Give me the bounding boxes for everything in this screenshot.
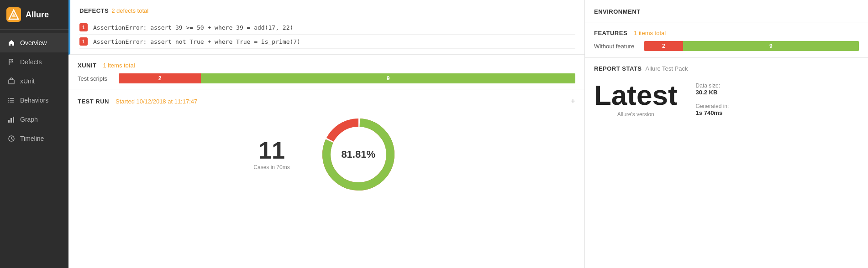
sidebar-nav: Overview Defects xUnit [0, 33, 68, 148]
report-stats-header: REPORT STATS Allure Test Pack [594, 65, 859, 72]
defects-section: DEFECTS 2 defects total 1 AssertionError… [68, 0, 584, 55]
features-section: FEATURES 1 items total Without feature 2… [585, 22, 868, 58]
environment-title: ENVIRONMENT [594, 8, 641, 15]
sidebar-label-timeline: Timeline [20, 135, 44, 142]
cases-count: 11 [253, 139, 289, 162]
svg-rect-12 [13, 117, 14, 123]
testrun-subtitle: Started 10/12/2018 at 11:17:47 [116, 98, 197, 105]
feature-passed-count-0: 9 [769, 43, 773, 49]
briefcase-icon [7, 77, 16, 85]
xunit-section: XUNIT 1 items total Test scripts 2 9 [68, 55, 584, 89]
xunit-row-label: Test scripts [78, 75, 119, 82]
home-icon [7, 39, 16, 47]
testrun-add-button[interactable]: + [570, 97, 575, 106]
sidebar-label-behaviors: Behaviors [20, 97, 48, 104]
version-block: Latest Allure's version [594, 81, 678, 118]
defect-item-0[interactable]: 1 AssertionError: assert 39 >= 50 + wher… [79, 21, 575, 35]
svg-rect-10 [8, 120, 10, 123]
allure-logo-icon [6, 7, 21, 22]
report-stats-section: REPORT STATS Allure Test Pack Latest All… [585, 58, 868, 125]
generated-item: Generated in: 1s 740ms [696, 103, 729, 116]
generated-value: 1s 740ms [696, 109, 729, 116]
defect-badge-0: 1 [79, 23, 88, 31]
features-subtitle: 1 items total [634, 30, 666, 36]
clock-icon [7, 134, 16, 143]
feature-progress-bar-0: 2 9 [644, 41, 859, 51]
donut-chart: 81.81% [317, 113, 400, 196]
svg-point-7 [8, 98, 9, 99]
feature-failed-bar-0: 2 [644, 41, 683, 51]
sidebar-item-defects[interactable]: Defects [0, 52, 68, 72]
data-size-value: 30.2 KB [696, 89, 729, 96]
sidebar-label-overview: Overview [20, 39, 47, 46]
defect-badge-1: 1 [79, 37, 88, 46]
donut-percentage: 81.81% [341, 149, 375, 160]
sidebar: Allure Overview Defects [0, 0, 68, 268]
svg-rect-11 [11, 118, 12, 123]
data-size-label: Data size: [696, 82, 729, 89]
svg-point-9 [8, 102, 9, 103]
right-panel: ENVIRONMENT FEATURES 1 items total Witho… [585, 0, 868, 268]
xunit-passed-bar: 9 [201, 73, 575, 83]
sidebar-item-behaviors[interactable]: Behaviors [0, 91, 68, 110]
version-label: Allure's version [594, 111, 678, 118]
testrun-title: TEST RUN [78, 98, 109, 105]
report-stats-title: REPORT STATS [594, 65, 642, 72]
app-name: Allure [26, 10, 49, 20]
cases-label: Cases in 70ms [253, 164, 289, 170]
sidebar-item-graph[interactable]: Graph [0, 110, 68, 129]
xunit-progress-bar: 2 9 [119, 73, 575, 83]
testrun-section: TEST RUN Started 10/12/2018 at 11:17:47 … [68, 89, 584, 203]
sidebar-label-graph: Graph [20, 116, 38, 123]
report-stats-body: Latest Allure's version Data size: 30.2 … [594, 81, 859, 118]
xunit-failed-bar: 2 [119, 73, 201, 83]
feature-passed-bar-0: 9 [683, 41, 859, 51]
xunit-progress-row: Test scripts 2 9 [78, 73, 575, 83]
generated-label: Generated in: [696, 103, 729, 109]
sidebar-logo: Allure [0, 0, 68, 30]
features-title: FEATURES [594, 30, 627, 36]
list-icon [7, 96, 16, 104]
version-text: Latest [594, 81, 678, 109]
bar-chart-icon [7, 115, 16, 124]
report-stats-subtitle: Allure Test Pack [645, 65, 688, 72]
feature-failed-count-0: 2 [662, 43, 665, 49]
sidebar-item-xunit[interactable]: xUnit [0, 72, 68, 91]
defect-text-1: AssertionError: assert not True + where … [93, 38, 300, 45]
xunit-title: XUNIT [78, 62, 97, 69]
main-content: DEFECTS 2 defects total 1 AssertionError… [68, 0, 868, 268]
xunit-failed-count: 2 [158, 75, 162, 82]
sidebar-label-xunit: xUnit [20, 77, 35, 85]
testrun-body: 11 Cases in 70ms [78, 113, 575, 196]
testrun-title-block: TEST RUN Started 10/12/2018 at 11:17:47 [78, 98, 197, 105]
left-panel: DEFECTS 2 defects total 1 AssertionError… [68, 0, 585, 268]
xunit-passed-count: 9 [387, 75, 390, 82]
environment-section: ENVIRONMENT [585, 0, 868, 22]
sidebar-item-timeline[interactable]: Timeline [0, 129, 68, 148]
defect-text-0: AssertionError: assert 39 >= 50 + where … [93, 24, 293, 31]
sidebar-item-overview[interactable]: Overview [0, 33, 68, 52]
data-size-item: Data size: 30.2 KB [696, 82, 729, 96]
defect-item-1[interactable]: 1 AssertionError: assert not True + wher… [79, 35, 575, 49]
defects-header: DEFECTS 2 defects total [79, 7, 575, 14]
flag-icon [7, 58, 16, 66]
defects-subtitle: 2 defects total [111, 7, 148, 14]
stats-details: Data size: 30.2 KB Generated in: 1s 740m… [696, 82, 729, 116]
defects-title: DEFECTS [79, 7, 109, 14]
sidebar-label-defects: Defects [20, 58, 42, 66]
feature-name-0: Without feature [594, 43, 644, 50]
feature-row-0: Without feature 2 9 [594, 41, 859, 51]
testrun-header: TEST RUN Started 10/12/2018 at 11:17:47 … [78, 97, 575, 106]
svg-point-8 [8, 100, 9, 101]
xunit-subtitle: 1 items total [103, 62, 135, 69]
cases-block: 11 Cases in 70ms [253, 139, 289, 170]
svg-rect-3 [9, 80, 14, 84]
